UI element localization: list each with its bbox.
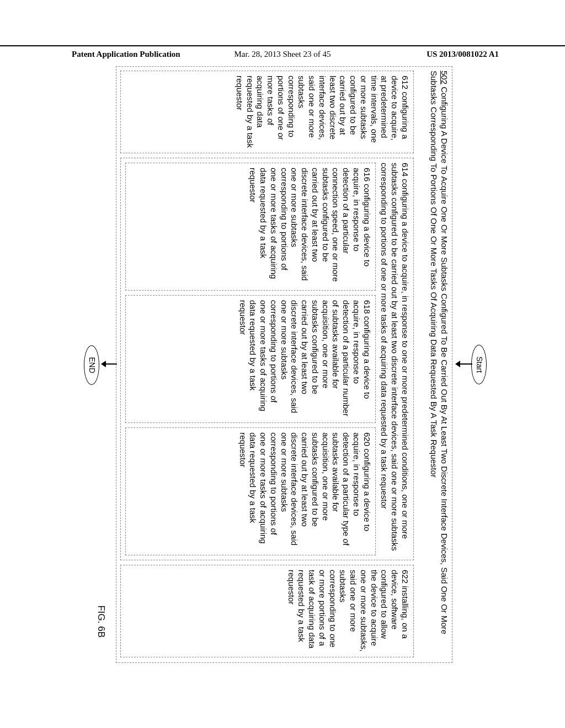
step-616: 616 configuring a device to acquire, in …: [125, 163, 376, 291]
step-614-substeps: 616 configuring a device to acquire, in …: [125, 163, 376, 555]
step-618: 618 configuring a device to acquire, in …: [125, 295, 376, 423]
step-502-title: 502 Configuring A Device To Acquire One …: [429, 71, 450, 657]
step-620: 620 configuring a device to acquire, in …: [125, 427, 376, 555]
step-612: 612 configuring a device to acquire, at …: [120, 71, 414, 153]
figure-label: FIG. 6B: [95, 605, 107, 638]
step-614: 614 configuring a device to acquire, in …: [120, 158, 414, 560]
start-terminal: Start: [471, 345, 487, 384]
step-502-text: Configuring A Device To Acquire One Or M…: [429, 71, 449, 634]
step-502-num: 502: [440, 71, 449, 84]
substeps-row: 612 configuring a device to acquire, at …: [120, 71, 414, 657]
arrow-head-icon: [455, 361, 460, 367]
page-header: Patent Application Publication Mar. 28, …: [0, 45, 565, 50]
step-614-title: 614 configuring a device to acquire, in …: [379, 163, 410, 555]
header-right: US 2013/0081022 A1: [427, 50, 499, 59]
flowchart: Start 502 Configuring A Device To Acquir…: [78, 61, 487, 667]
arrow-head-icon: [101, 361, 106, 367]
end-terminal: END: [84, 345, 99, 385]
arrow-line: [105, 363, 117, 365]
arrow-line: [459, 363, 472, 365]
step-622: 622 installing, on a device, software co…: [120, 565, 414, 657]
